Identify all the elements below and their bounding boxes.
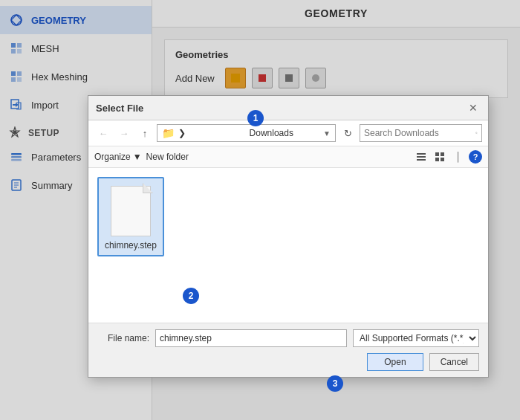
callout-2: 2 (183, 288, 199, 304)
file-icon-chimney (108, 183, 153, 236)
search-icon (475, 128, 478, 138)
folder-icon: 📁 (162, 127, 175, 139)
svg-point-22 (475, 132, 477, 134)
dialog-toolbar: ← → ↑ 📁 ❯ Downloads ▼ ↻ (88, 120, 488, 146)
dialog-buttons: Open Cancel (97, 353, 479, 371)
new-folder-button[interactable]: New folder (146, 152, 189, 162)
back-button[interactable]: ← (94, 125, 112, 141)
svg-rect-27 (435, 152, 439, 156)
dialog-close-button[interactable]: ✕ (466, 100, 481, 115)
open-label: Open (384, 357, 406, 367)
svg-rect-24 (417, 153, 426, 155)
filename-input[interactable] (155, 329, 347, 347)
cancel-label: Cancel (441, 357, 468, 367)
forward-button[interactable]: → (115, 125, 133, 141)
format-select[interactable]: All Supported Formats (*.*) (353, 329, 479, 347)
dialog-organize-row: Organize ▼ New folder (88, 146, 488, 168)
dialog-bottom: File name: All Supported Formats (*.*) O… (88, 323, 488, 377)
filename-label: File name: (97, 333, 149, 343)
svg-rect-29 (435, 158, 439, 161)
path-text: ❯ (178, 128, 250, 138)
svg-rect-26 (417, 159, 426, 161)
search-input[interactable] (364, 128, 475, 138)
callout-3: 3 (327, 375, 343, 392)
file-name-chimney: chimney.step (105, 240, 157, 251)
view-details-button[interactable] (432, 149, 448, 164)
file-corner (143, 183, 153, 193)
path-value: Downloads (250, 128, 321, 138)
callout-3-label: 3 (333, 378, 338, 389)
dialog-files: chimney.step (88, 168, 488, 323)
view-icons: │ ? (413, 149, 482, 164)
filename-row: File name: All Supported Formats (*.*) (97, 329, 479, 347)
modal-overlay: Select File ✕ ← → ↑ 📁 ❯ Downloads ▼ ↻ (0, 0, 520, 420)
open-button[interactable]: Open (367, 353, 423, 371)
cancel-button[interactable]: Cancel (429, 353, 479, 371)
new-folder-label: New folder (146, 152, 189, 162)
svg-rect-28 (441, 152, 444, 156)
callout-1: 1 (247, 110, 264, 126)
up-button[interactable]: ↑ (136, 125, 154, 141)
svg-rect-25 (417, 156, 426, 158)
organize-chevron-icon: ▼ (133, 152, 142, 162)
dialog-title: Select File (96, 103, 143, 114)
search-box[interactable] (360, 124, 482, 142)
organize-button[interactable]: Organize ▼ (94, 152, 142, 162)
path-dropdown[interactable]: 📁 ❯ Downloads ▼ (157, 124, 336, 142)
callout-1-label: 1 (253, 113, 259, 123)
help-button[interactable]: ? (469, 150, 482, 164)
file-page (111, 186, 151, 236)
callout-2-label: 2 (189, 291, 194, 301)
dialog-titlebar: Select File ✕ (88, 96, 488, 120)
svg-line-23 (477, 133, 478, 134)
view-separator-button[interactable]: │ (450, 149, 467, 164)
organize-label: Organize (94, 152, 131, 162)
select-file-dialog: Select File ✕ ← → ↑ 📁 ❯ Downloads ▼ ↻ (88, 95, 489, 378)
view-list-button[interactable] (413, 149, 429, 164)
svg-rect-30 (441, 158, 444, 161)
path-chevron-icon: ▼ (323, 129, 331, 138)
refresh-button[interactable]: ↻ (339, 125, 357, 141)
file-item-chimney[interactable]: chimney.step (97, 177, 164, 256)
